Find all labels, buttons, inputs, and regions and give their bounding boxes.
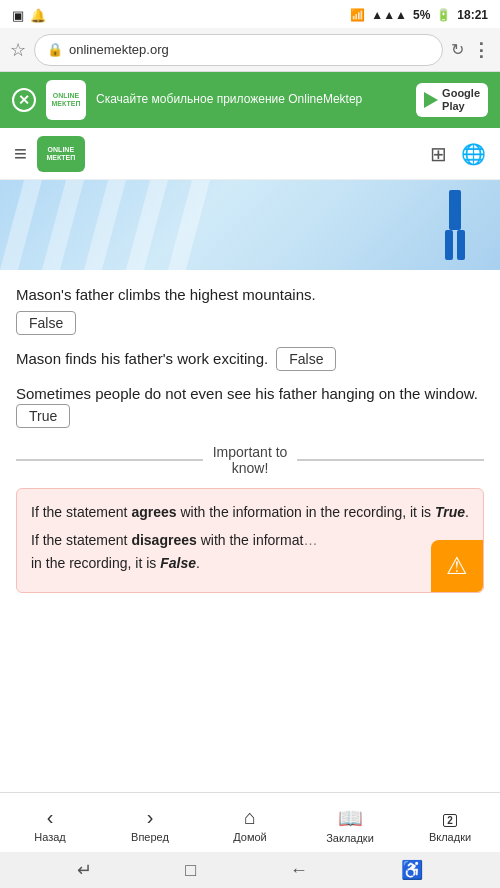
figure-body (449, 190, 461, 230)
hero-image (0, 180, 500, 270)
divider-section: Important toknow! (16, 444, 484, 476)
stripe-1 (0, 180, 42, 270)
globe-icon[interactable]: 🌐 (461, 142, 486, 166)
battery-level: 5% (413, 8, 430, 22)
nav-bookmarks[interactable]: 📖 Закладки (300, 806, 400, 844)
forward-label: Вперед (131, 831, 169, 843)
status-left: ▣ 🔔 (12, 8, 46, 23)
answer-1-badge[interactable]: False (16, 311, 76, 335)
sim-icon: ▣ (12, 8, 24, 23)
site-nav: ≡ ONLINEМЕКТЕП ⊞ 🌐 (0, 128, 500, 180)
hamburger-icon[interactable]: ≡ (14, 141, 27, 167)
info-line-2: If the statement disagrees with the info… (31, 529, 469, 574)
tabs-icon: 2 (443, 806, 457, 829)
divider-line-left (16, 459, 203, 461)
home-label: Домой (233, 831, 267, 843)
warning-icon: ⚠ (446, 547, 468, 585)
url-text: onlinemektep.org (69, 42, 430, 57)
figure-legs (440, 230, 470, 260)
android-recents-btn[interactable]: ← (290, 860, 308, 881)
question-2-text: Mason finds his father's work exciting. (16, 350, 272, 367)
banner-description: Скачайте мобильное приложение OnlineMekt… (96, 92, 406, 108)
status-right: 📶 ▲▲▲ 5% 🔋 18:21 (350, 8, 488, 22)
time: 18:21 (457, 8, 488, 22)
browser-menu-button[interactable]: ⋮ (472, 39, 490, 61)
nav-tabs[interactable]: 2 Вкладки (400, 806, 500, 843)
browser-bar: ☆ 🔒 onlinemektep.org ↻ ⋮ (0, 28, 500, 72)
home-bar: ↵ □ ← ♿ (0, 852, 500, 888)
home-icon: ⌂ (244, 806, 256, 829)
question-2: Mason finds his father's work exciting. … (16, 347, 484, 371)
grid-icon[interactable]: ⊞ (430, 142, 447, 166)
divider-label: Important toknow! (213, 444, 288, 476)
banner-logo-text: ONLINEМЕКТЕП (52, 92, 81, 107)
stripe-5 (168, 180, 210, 270)
figure-leg-right (457, 230, 465, 260)
lock-icon: 🔒 (47, 42, 63, 57)
back-icon: ‹ (47, 806, 54, 829)
battery-icon: 🔋 (436, 8, 451, 22)
bookmarks-icon: 📖 (338, 806, 363, 830)
android-accessibility-btn[interactable]: ♿ (401, 859, 423, 881)
tabs-label: Вкладки (429, 831, 471, 843)
bookmarks-label: Закладки (326, 832, 374, 844)
main-content: Mason's father climbs the highest mounta… (0, 270, 500, 693)
app-banner: ✕ ONLINEМЕКТЕП Скачайте мобильное прилож… (0, 72, 500, 128)
banner-close-button[interactable]: ✕ (12, 88, 36, 112)
bookmark-star-icon[interactable]: ☆ (10, 39, 26, 61)
play-icon (424, 92, 438, 108)
answer-3-badge[interactable]: True (16, 404, 70, 428)
silent-icon: 🔔 (30, 8, 46, 23)
bottom-nav: ‹ Назад › Вперед ⌂ Домой 📖 Закладки 2 Вк… (0, 792, 500, 852)
stripe-2 (42, 180, 84, 270)
question-1-text: Mason's father climbs the highest mounta… (16, 284, 484, 305)
google-play-button[interactable]: GooglePlay (416, 83, 488, 117)
stripe-4 (126, 180, 168, 270)
nav-forward[interactable]: › Вперед (100, 806, 200, 843)
banner-logo: ONLINEМЕКТЕП (46, 80, 86, 120)
forward-icon: › (147, 806, 154, 829)
nav-home[interactable]: ⌂ Домой (200, 806, 300, 843)
url-box[interactable]: 🔒 onlinemektep.org (34, 34, 443, 66)
hero-figure (440, 190, 470, 270)
question-3-text: Sometimes people do not even see his fat… (16, 385, 482, 402)
reload-button[interactable]: ↻ (451, 40, 464, 59)
nav-logo[interactable]: ONLINEМЕКТЕП (37, 136, 85, 172)
android-back-btn[interactable]: ↵ (77, 859, 92, 881)
nav-logo-text: ONLINEМЕКТЕП (46, 146, 75, 161)
warning-fab[interactable]: ⚠ (431, 540, 483, 592)
wifi-icon: 📶 (350, 8, 365, 22)
answer-2-badge[interactable]: False (276, 347, 336, 371)
divider-line-right (297, 459, 484, 461)
signal-icon: ▲▲▲ (371, 8, 407, 22)
back-label: Назад (34, 831, 66, 843)
status-bar: ▣ 🔔 📶 ▲▲▲ 5% 🔋 18:21 (0, 0, 500, 28)
hero-stripes (0, 180, 500, 270)
stripe-3 (84, 180, 126, 270)
nav-back[interactable]: ‹ Назад (0, 806, 100, 843)
question-3: Sometimes people do not even see his fat… (16, 383, 484, 428)
info-box: If the statement agrees with the informa… (16, 488, 484, 593)
figure-leg-left (445, 230, 453, 260)
question-1: Mason's father climbs the highest mounta… (16, 284, 484, 335)
android-home-btn[interactable]: □ (185, 860, 196, 881)
info-line-1: If the statement agrees with the informa… (31, 501, 469, 523)
google-play-label: GooglePlay (442, 87, 480, 113)
